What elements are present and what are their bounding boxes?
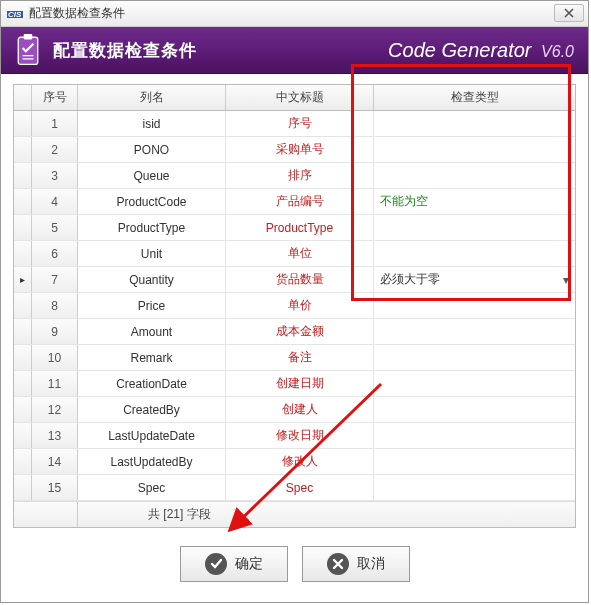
- cell-name[interactable]: isid: [78, 111, 226, 136]
- cell-seq: 15: [32, 475, 78, 500]
- dropdown-caret-icon[interactable]: ▾: [563, 273, 569, 287]
- table-row[interactable]: 6Unit单位: [14, 241, 575, 267]
- cell-seq: 9: [32, 319, 78, 344]
- table-row[interactable]: 15SpecSpec: [14, 475, 575, 501]
- table-row[interactable]: 13LastUpdateDate修改日期: [14, 423, 575, 449]
- cell-name[interactable]: Spec: [78, 475, 226, 500]
- cross-icon: [327, 553, 349, 575]
- cell-seq: 10: [32, 345, 78, 370]
- row-selector[interactable]: [14, 371, 32, 396]
- cell-check[interactable]: [374, 241, 575, 266]
- cell-title[interactable]: 备注: [226, 345, 374, 370]
- cell-title[interactable]: 成本金额: [226, 319, 374, 344]
- cell-title[interactable]: ProductType: [226, 215, 374, 240]
- cell-title[interactable]: 排序: [226, 163, 374, 188]
- header-name[interactable]: 列名: [78, 85, 226, 110]
- row-selector[interactable]: [14, 163, 32, 188]
- row-selector[interactable]: [14, 111, 32, 136]
- cell-title[interactable]: 序号: [226, 111, 374, 136]
- table-row[interactable]: 5ProductTypeProductType: [14, 215, 575, 241]
- cell-check[interactable]: [374, 475, 575, 500]
- cell-check[interactable]: [374, 345, 575, 370]
- cell-check[interactable]: [374, 163, 575, 188]
- cell-name[interactable]: Price: [78, 293, 226, 318]
- ok-label: 确定: [235, 555, 263, 573]
- button-bar: 确定 取消: [13, 546, 576, 582]
- close-button[interactable]: [554, 4, 584, 22]
- cell-check[interactable]: [374, 137, 575, 162]
- cell-name[interactable]: Unit: [78, 241, 226, 266]
- row-selector[interactable]: [14, 137, 32, 162]
- cell-title[interactable]: 修改日期: [226, 423, 374, 448]
- cell-check[interactable]: [374, 319, 575, 344]
- cell-check[interactable]: [374, 449, 575, 474]
- ok-button[interactable]: 确定: [180, 546, 288, 582]
- cell-name[interactable]: LastUpdateDate: [78, 423, 226, 448]
- cancel-button[interactable]: 取消: [302, 546, 410, 582]
- banner: 配置数据检查条件 Code Generator V6.0: [1, 27, 588, 74]
- cell-title[interactable]: 单价: [226, 293, 374, 318]
- dialog-window: CIS 配置数据检查条件 配置数据检查条件 Code Generator V6.…: [0, 0, 589, 603]
- row-selector[interactable]: [14, 293, 32, 318]
- table-row[interactable]: 7Quantity货品数量必须大于零▾: [14, 267, 575, 293]
- cell-name[interactable]: LastUpdatedBy: [78, 449, 226, 474]
- cell-title[interactable]: 创建日期: [226, 371, 374, 396]
- cell-name[interactable]: Quantity: [78, 267, 226, 292]
- cell-seq: 14: [32, 449, 78, 474]
- cell-name[interactable]: ProductCode: [78, 189, 226, 214]
- table-row[interactable]: 8Price单价: [14, 293, 575, 319]
- cell-name[interactable]: Remark: [78, 345, 226, 370]
- cell-check[interactable]: [374, 111, 575, 136]
- cell-name[interactable]: Amount: [78, 319, 226, 344]
- header-seq[interactable]: 序号: [32, 85, 78, 110]
- cell-check[interactable]: 不能为空: [374, 189, 575, 214]
- cell-seq: 2: [32, 137, 78, 162]
- table-row[interactable]: 11CreationDate创建日期: [14, 371, 575, 397]
- row-selector[interactable]: [14, 397, 32, 422]
- cell-seq: 3: [32, 163, 78, 188]
- row-selector[interactable]: [14, 319, 32, 344]
- cell-name[interactable]: CreatedBy: [78, 397, 226, 422]
- row-selector[interactable]: [14, 189, 32, 214]
- table-row[interactable]: 14LastUpdatedBy修改人: [14, 449, 575, 475]
- row-selector[interactable]: [14, 345, 32, 370]
- cell-name[interactable]: CreationDate: [78, 371, 226, 396]
- content-area: 序号 列名 中文标题 检查类型 1isid序号2PONO采购单号3Queue排序…: [1, 74, 588, 582]
- table-row[interactable]: 2PONO采购单号: [14, 137, 575, 163]
- table-row[interactable]: 12CreatedBy创建人: [14, 397, 575, 423]
- row-selector[interactable]: [14, 215, 32, 240]
- cell-title[interactable]: 单位: [226, 241, 374, 266]
- cell-name[interactable]: ProductType: [78, 215, 226, 240]
- cell-title[interactable]: 修改人: [226, 449, 374, 474]
- cell-check[interactable]: [374, 215, 575, 240]
- row-selector[interactable]: [14, 423, 32, 448]
- cell-seq: 13: [32, 423, 78, 448]
- data-grid[interactable]: 序号 列名 中文标题 检查类型 1isid序号2PONO采购单号3Queue排序…: [13, 84, 576, 528]
- table-row[interactable]: 1isid序号: [14, 111, 575, 137]
- cell-check[interactable]: [374, 423, 575, 448]
- cell-title[interactable]: 创建人: [226, 397, 374, 422]
- cell-check[interactable]: [374, 397, 575, 422]
- table-row[interactable]: 9Amount成本金额: [14, 319, 575, 345]
- header-title[interactable]: 中文标题: [226, 85, 374, 110]
- row-selector[interactable]: [14, 449, 32, 474]
- row-selector[interactable]: [14, 241, 32, 266]
- cell-name[interactable]: PONO: [78, 137, 226, 162]
- header-check[interactable]: 检查类型: [374, 85, 575, 110]
- cell-title[interactable]: 产品编号: [226, 189, 374, 214]
- cell-seq: 4: [32, 189, 78, 214]
- cell-title[interactable]: 采购单号: [226, 137, 374, 162]
- row-selector[interactable]: [14, 475, 32, 500]
- cell-title[interactable]: Spec: [226, 475, 374, 500]
- cell-seq: 12: [32, 397, 78, 422]
- cell-title[interactable]: 货品数量: [226, 267, 374, 292]
- brand-version: V6.0: [541, 43, 574, 60]
- cell-check[interactable]: [374, 371, 575, 396]
- cell-check[interactable]: 必须大于零▾: [374, 267, 575, 292]
- cell-name[interactable]: Queue: [78, 163, 226, 188]
- table-row[interactable]: 3Queue排序: [14, 163, 575, 189]
- row-selector[interactable]: [14, 267, 32, 292]
- table-row[interactable]: 4ProductCode产品编号不能为空: [14, 189, 575, 215]
- table-row[interactable]: 10Remark备注: [14, 345, 575, 371]
- cell-check[interactable]: [374, 293, 575, 318]
